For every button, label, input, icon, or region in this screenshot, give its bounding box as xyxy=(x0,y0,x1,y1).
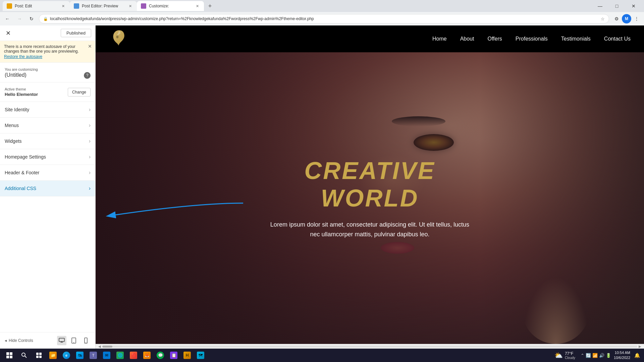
back-button[interactable]: ← xyxy=(3,14,12,23)
logo-icon xyxy=(109,29,129,49)
taskbar-app-mail[interactable]: ✉ xyxy=(101,349,113,361)
tab-close-3[interactable]: ✕ xyxy=(195,3,200,9)
menu-item-widgets[interactable]: Widgets › xyxy=(0,133,95,149)
taskbar-app-7[interactable]: 🌐 xyxy=(114,349,126,361)
desktop-view-button[interactable] xyxy=(57,336,66,345)
minimize-button[interactable]: — xyxy=(592,0,608,12)
taskbar-app-10[interactable]: 💬 xyxy=(154,349,166,361)
site-identity-chevron: › xyxy=(89,107,91,113)
nav-link-about[interactable]: About xyxy=(460,36,474,42)
taskbar-app-8[interactable]: 🔴 xyxy=(127,349,140,361)
menu-button[interactable]: ⋮ xyxy=(632,14,641,23)
menu-item-site-identity[interactable]: Site Identity › xyxy=(0,102,95,118)
taskbar-app-file-explorer[interactable]: 📁 xyxy=(47,349,59,361)
maximize-button[interactable]: □ xyxy=(609,0,625,12)
menu-item-menus[interactable]: Menus › xyxy=(0,118,95,133)
help-button[interactable]: ? xyxy=(84,72,91,79)
customizing-section: You are customizing (Untitled) ? xyxy=(0,63,95,82)
nav-link-professionals[interactable]: Professionals xyxy=(516,36,548,42)
additional-css-label: Additional CSS xyxy=(5,186,36,191)
taskbar-clock[interactable]: 10:54 AM 10/6/2022 xyxy=(614,350,630,361)
scrollbar-track[interactable] xyxy=(102,346,637,348)
scroll-right-arrow[interactable]: ▶ xyxy=(637,345,643,348)
tab-title-1: Post: Edit xyxy=(15,4,58,8)
active-theme-label: Active theme xyxy=(5,87,38,91)
nav-link-home[interactable]: Home xyxy=(432,36,447,42)
windows-start-button[interactable] xyxy=(3,349,16,361)
tray-wifi-icon[interactable]: 📶 xyxy=(592,353,598,358)
svg-rect-8 xyxy=(10,352,12,355)
refresh-button[interactable]: ↻ xyxy=(27,14,36,23)
close-window-button[interactable]: ✕ xyxy=(626,0,641,12)
taskbar-app-9[interactable]: 🦊 xyxy=(141,349,153,361)
tablet-view-button[interactable] xyxy=(69,336,78,345)
taskbar-app-edge[interactable]: e xyxy=(60,349,72,361)
taskbar-app-teams[interactable]: T xyxy=(87,349,99,361)
tray-update-icon[interactable]: 🔄 xyxy=(586,353,591,358)
change-theme-button[interactable]: Change xyxy=(68,88,91,97)
notification-button[interactable]: 🔔 xyxy=(633,353,641,358)
search-taskbar-button[interactable] xyxy=(17,349,31,361)
header-footer-label: Header & Footer xyxy=(5,170,40,175)
address-bar[interactable]: 🔒 localhost/knowledgekafunda/wordpress/w… xyxy=(39,14,609,23)
menu-item-header-footer[interactable]: Header & Footer › xyxy=(0,165,95,181)
svg-rect-7 xyxy=(6,352,9,355)
preview-scrollbar[interactable]: ◀ ▶ xyxy=(96,344,644,349)
extensions-button[interactable]: ⚙ xyxy=(612,14,621,23)
nav-link-contact[interactable]: Contact Us xyxy=(604,36,631,42)
tab-bar: Post: Edit ✕ Post Editor: Preview ✕ Cust… xyxy=(0,0,644,12)
svg-point-2 xyxy=(73,342,74,343)
nav-link-testimonials[interactable]: Testimonials xyxy=(561,36,591,42)
hero-description: Lorem ipsum dolor sit amet, consectetur … xyxy=(269,220,471,239)
widgets-label: Widgets xyxy=(5,138,22,144)
customizer-panel: ✕ Published There is a more recent autos… xyxy=(0,25,96,349)
svg-rect-10 xyxy=(10,356,12,358)
weather-info: 77°F Cloudy xyxy=(565,351,575,360)
scroll-left-arrow[interactable]: ◀ xyxy=(97,345,102,348)
taskbar-app-13[interactable]: 🗺 xyxy=(195,349,207,361)
tab-close-2[interactable]: ✕ xyxy=(127,3,133,9)
site-header: Home About Offers Professionals Testimon… xyxy=(96,25,644,52)
tray-speaker-icon[interactable]: 🔊 xyxy=(599,353,604,358)
tab-post-preview[interactable]: Post Editor: Preview ✕ xyxy=(70,1,137,11)
tray-battery-icon[interactable]: 🔋 xyxy=(606,353,611,358)
customizer-close-button[interactable]: ✕ xyxy=(4,29,12,37)
svg-rect-9 xyxy=(6,356,9,358)
page-title: (Untitled) xyxy=(5,72,38,78)
menu-item-homepage-settings[interactable]: Homepage Settings › xyxy=(0,149,95,165)
weather-widget[interactable]: ⛅ 77°F Cloudy xyxy=(552,351,578,360)
forward-button[interactable]: → xyxy=(15,14,24,23)
tab-post-edit[interactable]: Post: Edit ✕ xyxy=(3,1,70,11)
bottom-controls: ◂ Hide Controls xyxy=(0,332,95,349)
task-view-button[interactable] xyxy=(32,349,46,361)
new-tab-button[interactable]: + xyxy=(205,1,215,11)
svg-point-5 xyxy=(116,36,118,39)
nav-link-offers[interactable]: Offers xyxy=(488,36,502,42)
svg-rect-0 xyxy=(59,338,64,342)
restore-autosave-link[interactable]: Restore the autosave xyxy=(4,54,91,59)
hero-title: CREATIVE WORLD xyxy=(253,157,487,212)
hero-section: CREATIVE WORLD Lorem ipsum dolor sit ame… xyxy=(96,52,644,344)
view-icons-group xyxy=(57,336,91,345)
taskbar-app-11[interactable]: 📋 xyxy=(168,349,180,361)
tab-close-1[interactable]: ✕ xyxy=(60,3,66,9)
widgets-chevron: › xyxy=(89,138,91,144)
scrollbar-thumb[interactable] xyxy=(102,346,112,348)
taskbar-app-12[interactable]: H xyxy=(181,349,193,361)
svg-rect-14 xyxy=(39,353,42,355)
svg-line-12 xyxy=(25,356,26,358)
taskbar-app-store[interactable]: 🛍 xyxy=(74,349,86,361)
tab-favicon-2 xyxy=(74,3,79,9)
published-button[interactable]: Published xyxy=(61,29,91,37)
address-bar-row: ← → ↻ 🔒 localhost/knowledgekafunda/wordp… xyxy=(0,12,644,25)
additional-css-chevron: › xyxy=(89,185,91,191)
tab-customize[interactable]: Customize: ✕ xyxy=(137,1,204,11)
bookmark-icon[interactable]: ☆ xyxy=(601,16,605,21)
hide-controls-button[interactable]: ◂ Hide Controls xyxy=(5,338,33,343)
tab-favicon-1 xyxy=(7,3,12,9)
menu-item-additional-css[interactable]: Additional CSS › xyxy=(0,181,95,196)
autosave-close-icon[interactable]: ✕ xyxy=(88,44,92,49)
mobile-view-button[interactable] xyxy=(81,336,91,345)
tray-up-arrow[interactable]: ⌃ xyxy=(581,353,584,358)
profile-button[interactable]: M xyxy=(622,14,631,23)
